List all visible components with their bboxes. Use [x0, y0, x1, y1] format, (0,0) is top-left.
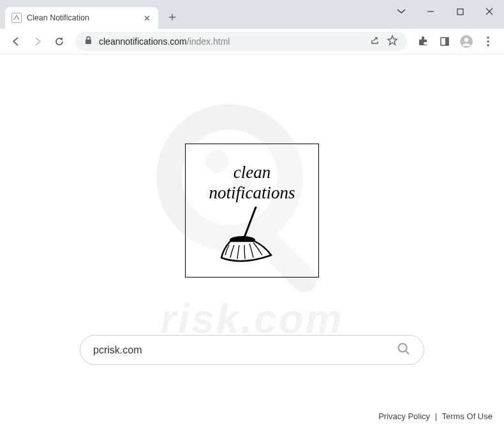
svg-point-7 — [487, 40, 489, 42]
address-bar[interactable]: cleannotifications.com/index.html — [75, 32, 407, 51]
site-logo: clean notifications — [185, 144, 319, 278]
profile-avatar-icon[interactable] — [456, 31, 477, 52]
svg-point-16 — [399, 343, 407, 352]
extensions-icon[interactable] — [412, 31, 434, 52]
svg-rect-3 — [445, 38, 448, 45]
search-input[interactable] — [93, 345, 397, 356]
svg-rect-0 — [457, 9, 463, 15]
svg-line-14 — [244, 207, 258, 237]
menu-dots-icon[interactable] — [477, 31, 499, 52]
close-window-button[interactable] — [475, 0, 504, 23]
broom-icon — [207, 207, 297, 271]
search-container — [80, 335, 424, 365]
svg-line-17 — [406, 351, 409, 354]
browser-titlebar: Clean Notification — [0, 0, 504, 29]
new-tab-button[interactable] — [163, 8, 181, 26]
forward-button[interactable] — [27, 31, 48, 52]
side-panel-icon[interactable] — [434, 31, 456, 52]
tab-favicon-icon — [11, 13, 22, 23]
footer-divider: | — [435, 411, 437, 421]
bookmark-star-icon[interactable] — [387, 34, 398, 48]
url-text: cleannotifications.com/index.html — [99, 36, 364, 47]
share-icon[interactable] — [369, 35, 380, 48]
svg-point-5 — [464, 38, 468, 41]
footer-links: Privacy Policy | Terms Of Use — [378, 411, 493, 421]
minimize-button[interactable] — [416, 0, 445, 23]
page-content: risk.com clean notifications Privacy Pol… — [0, 54, 504, 430]
lock-icon — [84, 36, 93, 47]
browser-tab[interactable]: Clean Notification — [5, 7, 158, 29]
svg-point-8 — [487, 44, 489, 46]
privacy-policy-link[interactable]: Privacy Policy — [378, 411, 430, 421]
terms-link[interactable]: Terms Of Use — [442, 411, 493, 421]
chevron-down-icon[interactable] — [387, 0, 416, 23]
browser-toolbar: cleannotifications.com/index.html — [0, 29, 504, 54]
reload-button[interactable] — [48, 31, 70, 52]
close-icon[interactable] — [142, 13, 152, 23]
svg-rect-1 — [85, 40, 91, 44]
svg-point-6 — [487, 36, 489, 38]
maximize-button[interactable] — [445, 0, 475, 23]
back-button[interactable] — [5, 31, 27, 52]
search-icon[interactable] — [397, 342, 411, 359]
logo-text: clean notifications — [209, 162, 295, 204]
tab-title: Clean Notification — [27, 13, 89, 22]
